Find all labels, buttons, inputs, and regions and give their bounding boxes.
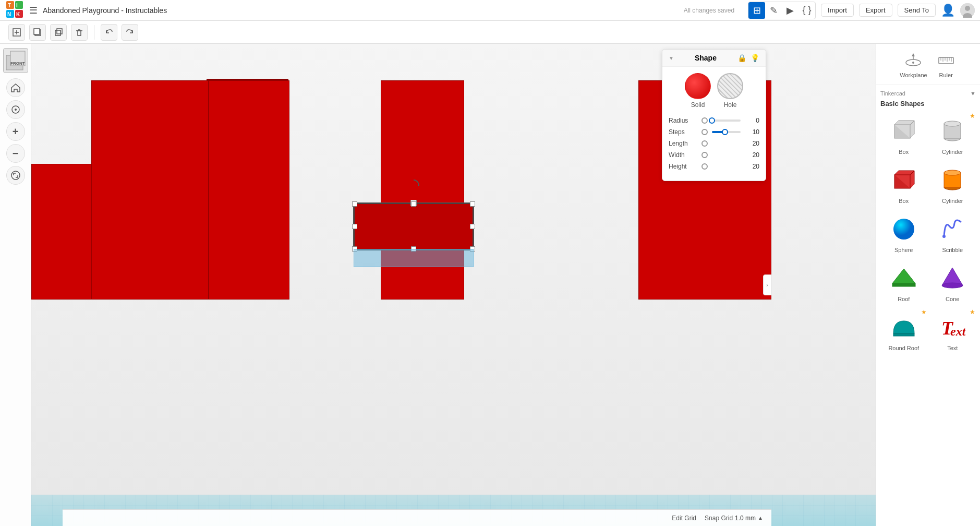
snap-grid-label: Snap Grid [705,515,733,522]
svg-rect-19 [78,31,81,35]
shape-item-cone[interactable]: Cone [929,259,976,306]
edit-grid-item[interactable]: Edit Grid [672,515,696,522]
workplane-button[interactable]: Workplane [898,48,929,80]
handle-top-left[interactable] [352,201,357,207]
copy-button[interactable] [29,24,46,41]
svg-rect-57 [893,333,914,336]
blue-floor-indicator [354,249,474,267]
code-view-button[interactable]: { } [798,2,815,19]
import-button[interactable]: Import [821,4,854,17]
menu-icon[interactable]: ☰ [29,5,38,16]
radius-radio[interactable] [701,117,708,124]
handle-top-mid[interactable] [411,201,416,207]
shape-item-text[interactable]: ★ T ext Text [929,308,976,355]
shape-label-scribble: Scribble [942,247,963,253]
ruler-button[interactable]: Ruler [934,48,959,80]
grid-view-button[interactable]: ⊞ [748,2,765,19]
height-radio[interactable] [701,163,708,170]
shape-label-cylinder-orange: Cylinder [942,198,963,204]
edit-view-button[interactable]: ✎ [765,2,782,19]
scribble-icon [937,213,968,245]
shape-item-sphere[interactable]: Sphere [880,210,927,257]
handle-mid-right[interactable] [470,224,475,229]
width-radio[interactable] [701,152,708,158]
shape-item-box-wireframe[interactable]: Box [880,112,927,159]
fit-view-button[interactable] [6,166,25,185]
svg-text:I: I [16,3,18,8]
length-radio[interactable] [701,140,708,147]
snap-grid-arrow[interactable]: ▲ [758,515,763,521]
solid-option[interactable]: Solid [685,73,711,109]
delete-button[interactable] [71,24,88,41]
svg-point-50 [944,170,961,175]
length-value: 20 [745,140,759,147]
text-icon: T ext [937,312,968,343]
canvas-area[interactable]: › Edit Grid Snap Grid 1.0 mm ▲ ▼ Shape 🔒… [31,44,876,526]
orbit-button[interactable] [6,100,25,119]
shapes-grid: Box ★ Cylinder [880,112,976,355]
length-row: Length 20 [669,140,759,147]
shape-label-text: Text [947,345,958,351]
shape-wall-left[interactable] [91,80,209,300]
snap-grid-item: Snap Grid 1.0 mm ▲ [705,515,763,522]
shape-item-scribble[interactable]: Scribble [929,210,976,257]
roof-icon [888,262,919,294]
library-dropdown-arrow[interactable]: ▼ [970,90,976,97]
shape-wall-far-left[interactable] [31,164,94,300]
shape-item-box-red[interactable]: Box [880,161,927,208]
redo-button[interactable] [122,24,138,41]
svg-point-25 [15,109,17,111]
new-shape-button[interactable] [8,24,25,41]
hole-option[interactable]: Hole [717,73,743,109]
svg-marker-30 [912,53,915,56]
send-to-button[interactable]: Send To [898,4,936,17]
panel-info-icon[interactable]: 💡 [751,54,759,62]
svg-rect-54 [892,283,915,286]
view-cube[interactable]: FRONT [3,48,28,73]
width-label: Width [669,151,697,159]
view-mode-group: ⊞ ✎ ▶ { } [748,2,816,19]
duplicate-button[interactable] [50,24,67,41]
shape-item-roof[interactable]: Roof [880,259,927,306]
shape-properties-panel: ▼ Shape 🔒 💡 Solid Hole [662,49,766,181]
svg-text:N: N [7,11,11,17]
collapse-panel-arrow[interactable]: › [763,274,771,295]
shape-item-cylinder-wireframe[interactable]: ★ Cylinder [929,112,976,159]
height-value: 20 [745,163,759,170]
svg-point-52 [942,235,946,238]
edit-grid-label[interactable]: Edit Grid [672,515,696,522]
shape-label-box-wireframe: Box [899,149,909,155]
selected-shape[interactable] [354,203,474,250]
user-avatar[interactable] [960,3,975,18]
radius-slider[interactable] [712,119,741,122]
steps-slider[interactable] [712,131,741,133]
library-title: Basic Shapes [880,100,976,107]
zoom-in-button[interactable]: + [6,122,25,141]
user-profile-icon[interactable]: 👤 [941,4,955,17]
solid-circle[interactable] [685,73,711,99]
svg-rect-17 [55,30,61,35]
export-button[interactable]: Export [859,4,892,17]
snap-grid-value[interactable]: 1.0 mm [735,515,756,522]
workplane-label: Workplane [900,72,927,78]
panel-lock-icon[interactable]: 🔒 [737,54,746,62]
radius-label: Radius [669,117,697,124]
undo-button[interactable] [101,24,117,41]
home-view-button[interactable] [6,78,25,97]
panel-header-icons: 🔒 💡 [737,54,759,62]
shape-panel-body: Solid Hole Radius [662,67,766,181]
sim-view-button[interactable]: ▶ [782,2,798,19]
cylinder-wireframe-icon [937,115,968,147]
rotate-handle[interactable] [406,178,421,193]
steps-radio[interactable] [701,129,708,135]
hole-circle[interactable] [717,73,743,99]
panel-collapse-arrow[interactable]: ▼ [669,55,674,61]
zoom-out-button[interactable]: − [6,144,25,163]
status-bar: Edit Grid Snap Grid 1.0 mm ▲ [63,509,771,526]
shape-item-cylinder-orange[interactable]: Cylinder [929,161,976,208]
cylinder-orange-icon [937,164,968,196]
shape-item-round-roof[interactable]: ★ Round Roof [880,308,927,355]
shape-wall-mid[interactable] [209,80,289,300]
handle-mid-left[interactable] [352,224,357,229]
handle-top-right[interactable] [470,201,475,207]
